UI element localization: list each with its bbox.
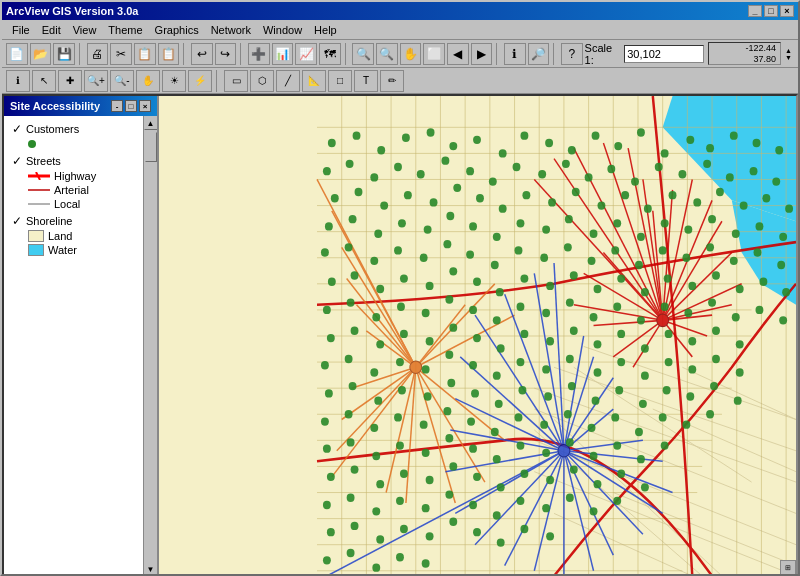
add-data-button[interactable]: ➕ (248, 43, 270, 65)
layout-button[interactable]: 🗺 (319, 43, 341, 65)
menu-network[interactable]: Network (205, 22, 257, 38)
draw-rect-tool[interactable]: □ (328, 70, 352, 92)
zoom-out-button[interactable]: 🔍 (376, 43, 398, 65)
open-button[interactable]: 📂 (30, 43, 52, 65)
svg-point-276 (570, 327, 578, 335)
save-button[interactable]: 💾 (53, 43, 75, 65)
zoom-in-button[interactable]: 🔍 (352, 43, 374, 65)
scroll-down-button[interactable]: ▼ (144, 562, 158, 576)
svg-point-151 (441, 157, 449, 165)
select-rect-tool[interactable]: ▭ (224, 70, 248, 92)
svg-point-134 (520, 131, 528, 139)
copy-button[interactable]: 📋 (134, 43, 156, 65)
print-button[interactable]: 🖨 (87, 43, 109, 65)
svg-point-327 (491, 428, 499, 436)
pan-button[interactable]: ✋ (400, 43, 422, 65)
svg-point-324 (420, 421, 428, 429)
chart-icon: 📈 (299, 47, 314, 61)
highway-label: Highway (54, 170, 96, 182)
streets-check[interactable]: ✓ (12, 154, 22, 168)
svg-point-283 (736, 340, 744, 348)
svg-point-378 (613, 497, 621, 505)
svg-point-289 (445, 351, 453, 359)
pan-tool[interactable]: ✋ (136, 70, 160, 92)
shoreline-header: ✓ Shoreline (12, 214, 135, 228)
info-icon: ℹ (16, 75, 20, 86)
svg-point-275 (546, 337, 554, 345)
svg-point-288 (422, 365, 430, 373)
minimize-button[interactable]: _ (748, 5, 762, 17)
menu-edit[interactable]: Edit (36, 22, 67, 38)
table-button[interactable]: 📊 (272, 43, 294, 65)
scroll-up-button[interactable]: ▲ (144, 116, 158, 130)
measure-tool[interactable]: 📐 (302, 70, 326, 92)
svg-point-284 (321, 361, 329, 369)
scroll-thumb[interactable] (145, 132, 157, 162)
info-tool[interactable]: ℹ (6, 70, 30, 92)
scale-bar: Scale 1: -122.4437.80 ▲ ▼ (585, 42, 795, 66)
menu-theme[interactable]: Theme (102, 22, 148, 38)
chart-button[interactable]: 📈 (295, 43, 317, 65)
pointer-tool[interactable]: ↖ (32, 70, 56, 92)
redo-button[interactable]: ↪ (215, 43, 237, 65)
shoreline-check[interactable]: ✓ (12, 214, 22, 228)
svg-point-186 (325, 222, 333, 230)
brightness-tool[interactable]: ☀ (162, 70, 186, 92)
zoom-out-tool[interactable]: 🔍- (110, 70, 134, 92)
legend-wrapper: ✓ Customers ✓ Streets (4, 116, 157, 576)
menu-graphics[interactable]: Graphics (149, 22, 205, 38)
cut-button[interactable]: ✂ (110, 43, 132, 65)
menu-file[interactable]: File (6, 22, 36, 38)
find-button[interactable]: 🔎 (528, 43, 550, 65)
water-label: Water (48, 244, 77, 256)
next-extent-button[interactable]: ▶ (471, 43, 493, 65)
svg-point-154 (513, 163, 521, 171)
new-button[interactable]: 📄 (6, 43, 28, 65)
help-button[interactable]: ? (561, 43, 583, 65)
coord-up-arrow[interactable]: ▲ (785, 47, 794, 54)
coord-down-arrow[interactable]: ▼ (785, 54, 794, 61)
undo-button[interactable]: ↩ (191, 43, 213, 65)
legend-minimize-button[interactable]: - (111, 100, 123, 112)
paste-button[interactable]: 📋 (158, 43, 180, 65)
select-poly-tool[interactable]: ⬡ (250, 70, 274, 92)
svg-point-299 (688, 365, 696, 373)
full-extent-button[interactable]: ⬜ (423, 43, 445, 65)
map-area[interactable]: ⊞ (159, 96, 796, 576)
vertex-tool[interactable]: ✚ (58, 70, 82, 92)
svg-point-129 (402, 134, 410, 142)
menu-window[interactable]: Window (257, 22, 308, 38)
zoom-in-tool[interactable]: 🔍+ (84, 70, 108, 92)
svg-point-127 (353, 131, 361, 139)
legend-scrollbar[interactable]: ▲ ▼ (143, 116, 157, 576)
svg-point-282 (712, 327, 720, 335)
menu-help[interactable]: Help (308, 22, 343, 38)
identify-button[interactable]: ℹ (504, 43, 526, 65)
svg-point-218 (611, 246, 619, 254)
legend-close-button[interactable]: × (139, 100, 151, 112)
select-line-tool[interactable]: ╱ (276, 70, 300, 92)
svg-point-225 (777, 261, 785, 269)
select-poly-icon: ⬡ (258, 75, 267, 86)
svg-point-322 (370, 424, 378, 432)
scale-input[interactable] (624, 45, 704, 63)
close-button[interactable]: × (780, 5, 794, 17)
menu-view[interactable]: View (67, 22, 103, 38)
text-tool[interactable]: T (354, 70, 378, 92)
legend-maximize-button[interactable]: □ (125, 100, 137, 112)
svg-point-165 (772, 177, 780, 185)
svg-point-300 (712, 355, 720, 363)
lightning-tool[interactable]: ⚡ (188, 70, 212, 92)
maximize-button[interactable]: □ (764, 5, 778, 17)
legend-title-buttons: - □ × (111, 100, 151, 112)
svg-point-161 (678, 170, 686, 178)
svg-point-170 (430, 198, 438, 206)
prev-extent-button[interactable]: ◀ (447, 43, 469, 65)
svg-point-136 (568, 146, 576, 154)
edit-tool[interactable]: ✏ (380, 70, 404, 92)
svg-point-277 (594, 340, 602, 348)
svg-point-230 (426, 282, 434, 290)
svg-point-294 (566, 355, 574, 363)
table-icon: 📊 (275, 47, 290, 61)
customers-check[interactable]: ✓ (12, 122, 22, 136)
